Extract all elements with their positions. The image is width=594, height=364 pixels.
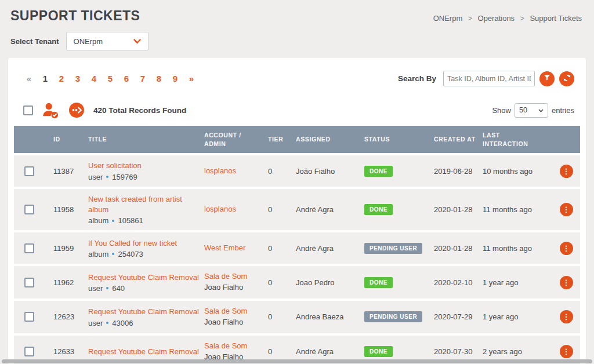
account-cell: losplanos [202, 166, 266, 177]
row-checkbox[interactable] [24, 347, 34, 356]
tickets-panel: «123456789» Search By [8, 58, 586, 364]
column-header-last-interaction[interactable]: LAST INTERACTION [480, 131, 552, 147]
row-menu-button[interactable]: ⋮ [560, 276, 573, 289]
account-link[interactable]: West Ember [204, 243, 263, 254]
search-input[interactable] [443, 71, 535, 86]
row-checkbox[interactable] [24, 243, 34, 253]
assigned-name: André Agra [294, 347, 362, 356]
row-actions-cell: ⋮ [552, 242, 580, 255]
ticket-title-link[interactable]: Request Youtube Claim Removal [88, 347, 200, 357]
pagination-prev[interactable]: « [22, 72, 36, 85]
admin-name: Joao Fialho [204, 317, 263, 328]
status-badge: PENDING USER [364, 243, 422, 254]
pagination-page-9[interactable]: 9 [168, 72, 182, 85]
status-cell: DONE [362, 166, 432, 177]
account-link[interactable]: Sala de Som [204, 306, 263, 317]
row-checkbox[interactable] [24, 278, 34, 287]
tier-value: 0 [266, 244, 294, 253]
pagination-page-7[interactable]: 7 [136, 72, 150, 85]
created-at-value: 2019-06-28 [432, 167, 480, 176]
subject-id: 159769 [112, 173, 137, 181]
ticket-id: 11958 [44, 205, 86, 214]
title-cell: New task created from artist album album… [86, 194, 202, 225]
status-badge: DONE [364, 166, 393, 177]
subject-type: user [88, 173, 103, 181]
pagination-page-8[interactable]: 8 [152, 72, 166, 85]
row-actions-cell: ⋮ [552, 165, 580, 178]
account-link[interactable]: Sala de Som [204, 271, 263, 282]
row-checkbox[interactable] [24, 166, 34, 176]
pagination-page-6[interactable]: 6 [119, 72, 133, 85]
last-interaction-value: 11 months ago [480, 244, 552, 253]
ticket-title-link[interactable]: New task created from artist album [88, 194, 200, 215]
created-at-value: 2020-07-30 [432, 347, 480, 356]
row-checkbox-cell [14, 347, 44, 356]
subject-type: album [88, 216, 108, 225]
ticket-subject: user 640 [88, 284, 200, 293]
account-link[interactable]: Sala de Som [204, 341, 263, 352]
title-cell: Request Youtube Claim Removal [86, 347, 202, 357]
column-header-account-admin[interactable]: ACCOUNT / ADMIN [202, 131, 266, 147]
breadcrumb: ONErpm > Operations > Support Tickets [432, 14, 584, 23]
pagination-next[interactable]: » [184, 72, 198, 85]
tenant-select[interactable]: ONErpm [66, 32, 148, 51]
dot-separator-icon [106, 322, 108, 324]
breadcrumb-item-tenant[interactable]: ONErpm [433, 14, 463, 23]
column-header-title[interactable]: TITLE [86, 135, 202, 143]
column-header-status[interactable]: STATUS [362, 135, 432, 143]
tier-value: 0 [266, 167, 294, 176]
tier-value: 0 [266, 347, 294, 356]
account-link[interactable]: losplanos [204, 166, 263, 177]
row-checkbox[interactable] [24, 205, 34, 214]
column-header-assigned[interactable]: ASSIGNED [294, 135, 362, 143]
row-menu-button[interactable]: ⋮ [560, 345, 573, 358]
pagination-page-1[interactable]: 1 [38, 72, 52, 85]
vertical-dots-icon: ⋮ [563, 279, 570, 286]
title-cell: Request Youtube Claim Removal user 43006 [86, 307, 202, 327]
ticket-title-link[interactable]: Request Youtube Claim Removal [88, 272, 200, 283]
dot-separator-icon [106, 176, 108, 178]
created-at-value: 2020-01-28 [432, 244, 480, 253]
row-menu-button[interactable]: ⋮ [560, 242, 573, 255]
created-at-value: 2020-01-28 [432, 205, 480, 214]
table-body: 11387 User solicitation user 159769 losp… [14, 155, 580, 364]
search-by-label: Search By [398, 74, 436, 83]
row-actions-cell: ⋮ [552, 310, 580, 323]
dot-separator-icon [112, 220, 114, 222]
status-cell: DONE [362, 277, 432, 288]
row-checkbox[interactable] [24, 312, 34, 322]
ticket-subject: user 159769 [88, 173, 200, 181]
forward-dots-icon[interactable] [68, 101, 85, 119]
account-cell: West Ember [202, 243, 266, 254]
refresh-icon [563, 74, 571, 84]
ticket-title-link[interactable]: Request Youtube Claim Removal [88, 307, 200, 317]
filter-button[interactable] [539, 71, 555, 86]
ticket-id: 11959 [44, 244, 86, 253]
page-size-select[interactable]: 50 [515, 103, 548, 118]
status-badge: DONE [364, 204, 393, 215]
chevron-down-icon [538, 106, 544, 114]
row-menu-button[interactable]: ⋮ [560, 165, 573, 178]
pagination-page-3[interactable]: 3 [71, 72, 85, 85]
row-actions-cell: ⋮ [552, 276, 580, 289]
chevron-down-icon [133, 37, 141, 46]
breadcrumb-item-support-tickets[interactable]: Support Tickets [530, 14, 582, 23]
row-menu-button[interactable]: ⋮ [560, 310, 573, 323]
account-link[interactable]: losplanos [204, 204, 263, 215]
refresh-button[interactable] [559, 71, 574, 86]
horizontal-scrollbar[interactable] [2, 359, 592, 363]
breadcrumb-item-operations[interactable]: Operations [478, 14, 515, 23]
pagination-page-2[interactable]: 2 [55, 72, 68, 85]
column-header-created-at[interactable]: CREATED AT [432, 135, 480, 143]
column-header-tier[interactable]: TIER [266, 135, 294, 143]
tier-value: 0 [266, 312, 294, 321]
pagination-page-5[interactable]: 5 [103, 72, 117, 85]
ticket-title-link[interactable]: If You Called for new ticket [88, 238, 200, 249]
assign-user-icon[interactable] [41, 101, 60, 119]
column-header-id[interactable]: ID [44, 135, 86, 143]
select-all-checkbox[interactable] [23, 105, 33, 115]
pagination-page-4[interactable]: 4 [87, 72, 101, 85]
ticket-title-link[interactable]: User solicitation [88, 161, 200, 171]
row-menu-button[interactable]: ⋮ [560, 203, 573, 216]
row-checkbox-cell [14, 312, 44, 322]
